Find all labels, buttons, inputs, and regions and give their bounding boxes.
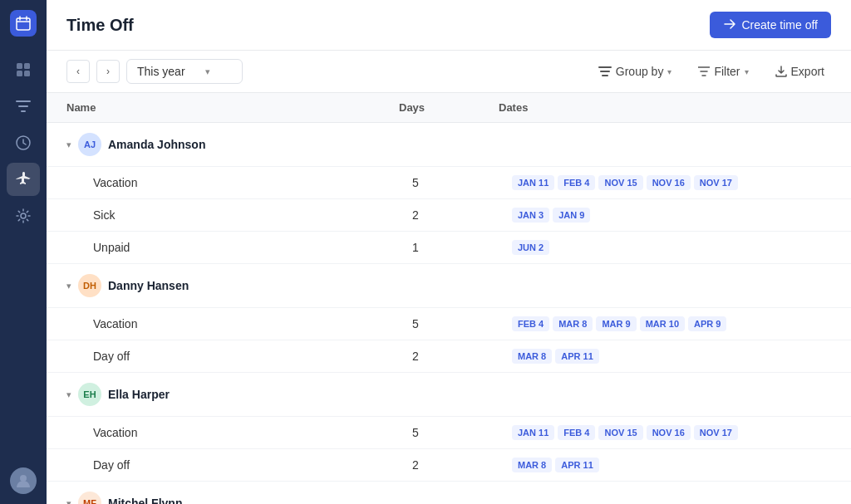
date-badge: APR 11 (555, 349, 599, 364)
svg-rect-10 (21, 110, 26, 112)
person-name-cell: ▾AJAmanda Johnson (66, 133, 399, 156)
avatar: AJ (78, 133, 101, 156)
person-row: ▾DHDanny Hansen (47, 264, 851, 308)
date-badge: FEB 4 (512, 316, 549, 331)
svg-rect-5 (24, 63, 30, 69)
sidebar-nav (7, 53, 40, 467)
svg-point-13 (20, 475, 27, 482)
app-logo[interactable] (10, 10, 37, 37)
sidebar (0, 0, 47, 504)
sidebar-item-settings[interactable] (7, 199, 40, 232)
person-name: Ella Harper (108, 388, 170, 401)
avatar: DH (78, 274, 101, 297)
person-name: Mitchel Flynn (108, 497, 182, 504)
leave-row: Vacation5FEB 4MAR 8MAR 9MAR 10APR 9 (47, 308, 851, 340)
leave-type: Vacation (93, 317, 412, 330)
group-by-icon (598, 66, 612, 76)
chevron-down-icon: ▾ (667, 67, 671, 76)
svg-rect-4 (17, 63, 22, 69)
sidebar-bottom (10, 467, 37, 494)
date-badge: JAN 9 (553, 208, 590, 223)
leave-type: Vacation (93, 176, 412, 189)
leave-days: 2 (412, 350, 512, 363)
svg-rect-8 (16, 100, 31, 102)
leave-days: 1 (412, 241, 512, 254)
user-avatar[interactable] (10, 467, 37, 494)
toolbar-right: Group by ▾ Filter ▾ Export (592, 61, 831, 82)
avatar: EH (78, 383, 101, 406)
leave-days: 5 (412, 176, 512, 189)
col-dates: Dates (499, 101, 831, 114)
year-selector[interactable]: This year ▾ (126, 59, 243, 84)
svg-rect-14 (598, 66, 612, 68)
sidebar-item-filters[interactable] (7, 90, 40, 123)
prev-button[interactable]: ‹ (66, 60, 90, 83)
date-badge: MAR 9 (596, 316, 636, 331)
svg-point-12 (21, 213, 26, 218)
date-badge: APR 11 (555, 458, 599, 472)
chevron-down-icon: ▾ (205, 66, 210, 77)
toolbar-left: ‹ › This year ▾ (66, 59, 243, 84)
date-badge: MAR 8 (512, 458, 552, 472)
date-badge: FEB 4 (558, 425, 595, 440)
create-time-off-button[interactable]: Create time off (710, 12, 831, 38)
main-content: Time Off Create time off ‹ › This year ▾ (47, 0, 851, 504)
page-header: Time Off Create time off (47, 0, 851, 51)
date-badge: JAN 11 (512, 425, 554, 440)
sidebar-item-travel[interactable] (7, 163, 40, 196)
export-button[interactable]: Export (769, 61, 831, 82)
leave-dates: MAR 8APR 11 (512, 349, 831, 364)
sidebar-item-dashboard[interactable] (7, 53, 40, 86)
leave-row: Day off2MAR 8APR 11 (47, 449, 851, 482)
date-badge: NOV 16 (647, 175, 691, 190)
date-badge: MAR 8 (512, 349, 552, 364)
chevron-down-icon[interactable]: ▾ (66, 139, 71, 150)
person-row: ▾EHElla Harper (47, 373, 851, 417)
page-title: Time Off (66, 16, 134, 35)
sidebar-item-clock[interactable] (7, 126, 40, 159)
chevron-down-icon: ▾ (745, 67, 749, 76)
chevron-down-icon[interactable]: ▾ (66, 498, 71, 505)
svg-rect-0 (17, 18, 30, 30)
date-badge: JUN 2 (512, 240, 549, 255)
svg-rect-9 (18, 105, 28, 107)
leave-dates: JAN 11FEB 4NOV 15NOV 16NOV 17 (512, 175, 831, 190)
leave-row: Day off2MAR 8APR 11 (47, 340, 851, 373)
person-name-cell: ▾EHElla Harper (66, 383, 399, 406)
date-badge: JAN 11 (512, 175, 554, 190)
leave-days: 2 (412, 208, 512, 222)
person-name: Danny Hansen (108, 279, 189, 292)
date-badge: JAN 3 (512, 208, 549, 223)
filter-button[interactable]: Filter ▾ (691, 61, 755, 82)
leave-type: Day off (93, 458, 412, 472)
avatar: MF (78, 492, 101, 504)
leave-dates: FEB 4MAR 8MAR 9MAR 10APR 9 (512, 316, 831, 331)
person-name-cell: ▾DHDanny Hansen (66, 274, 399, 297)
date-badge: APR 9 (688, 316, 726, 331)
chevron-down-icon[interactable]: ▾ (66, 389, 71, 400)
person-row: ▾AJAmanda Johnson (47, 123, 851, 167)
svg-rect-6 (17, 71, 22, 76)
date-badge: FEB 4 (558, 175, 595, 190)
next-button[interactable]: › (96, 60, 120, 83)
table-header: Name Days Dates (47, 93, 851, 123)
person-name: Amanda Johnson (108, 138, 205, 151)
svg-rect-15 (600, 71, 610, 72)
leave-dates: JUN 2 (512, 240, 831, 255)
group-by-button[interactable]: Group by ▾ (592, 61, 679, 82)
leave-dates: JAN 11FEB 4NOV 15NOV 16NOV 17 (512, 425, 831, 440)
date-badge: NOV 15 (598, 175, 642, 190)
date-badge: MAR 10 (640, 316, 685, 331)
leave-days: 2 (412, 458, 512, 472)
leave-row: Vacation5JAN 11FEB 4NOV 15NOV 16NOV 17 (47, 417, 851, 449)
leave-type: Unpaid (93, 241, 412, 254)
leave-dates: MAR 8APR 11 (512, 458, 831, 472)
leave-days: 5 (412, 426, 512, 439)
person-name-cell: ▾MFMitchel Flynn (66, 492, 399, 504)
date-badge: NOV 15 (598, 425, 642, 440)
chevron-down-icon[interactable]: ▾ (66, 281, 71, 291)
toolbar: ‹ › This year ▾ Group by ▾ Fi (47, 51, 851, 93)
date-badge: MAR 8 (553, 316, 593, 331)
time-off-table: Name Days Dates ▾AJAmanda JohnsonVacatio… (47, 93, 851, 504)
filter-icon (698, 66, 710, 76)
